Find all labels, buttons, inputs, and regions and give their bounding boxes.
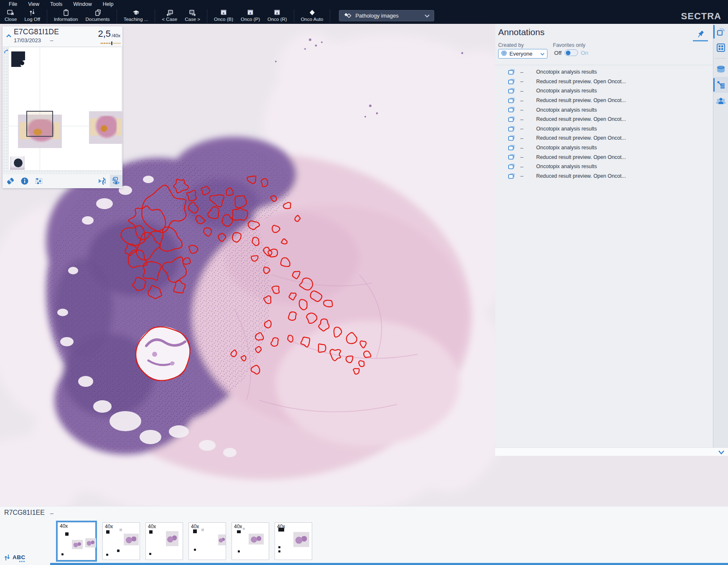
viewport-selection-rect[interactable] xyxy=(26,111,53,137)
slide-thumbnail[interactable]: 40x xyxy=(145,522,183,560)
overview-map[interactable] xyxy=(3,47,122,174)
annotation-list-item[interactable]: – Oncotopix analysis results xyxy=(495,143,713,153)
annotation-list-item[interactable]: – Oncotopix analysis results xyxy=(495,105,713,115)
result-windows-icon xyxy=(508,97,515,104)
slide-thumbnail[interactable]: 40x xyxy=(232,522,269,560)
annotation-list-item[interactable]: – Oncotopix analysis results xyxy=(495,124,713,134)
onco-b-button[interactable]: Onco (B) xyxy=(210,8,237,24)
app-window-icon xyxy=(220,9,227,16)
next-case-icon xyxy=(188,9,197,16)
pathology-images-dropdown[interactable]: Pathology images xyxy=(339,10,434,21)
item-text: Reduced result preview. Open Oncot... xyxy=(536,116,626,122)
menu-window[interactable]: Window xyxy=(68,0,97,8)
horizontal-scrollbar[interactable] xyxy=(50,563,728,565)
zoom-slider-handle[interactable] xyxy=(111,41,112,45)
menu-help[interactable]: Help xyxy=(97,0,119,8)
menu-view[interactable]: View xyxy=(23,0,45,8)
toggle-knob xyxy=(566,51,570,55)
slide-thumbnail[interactable]: 40x xyxy=(102,522,140,560)
menu-tools[interactable]: Tools xyxy=(45,0,68,8)
teaching-button[interactable]: Teaching ... xyxy=(120,8,152,24)
panel-title: Annotations xyxy=(498,27,545,37)
annotation-list-item[interactable]: – Reduced result preview. Open Oncot... xyxy=(495,77,713,87)
active-indicator xyxy=(713,25,715,38)
rail-image-windows-button[interactable] xyxy=(713,24,728,40)
right-rail xyxy=(713,24,728,447)
annotation-list-item[interactable]: – Oncotopix analysis results xyxy=(495,86,713,96)
annotation-list-item[interactable]: – Oncotopix analysis results xyxy=(495,67,713,77)
item-dash: – xyxy=(520,97,523,104)
close-button[interactable]: Close xyxy=(1,8,20,24)
documents-icon xyxy=(94,9,102,16)
active-indicator xyxy=(713,78,715,92)
slide-thumbnail[interactable]: 40x xyxy=(188,522,226,560)
result-windows-icon xyxy=(508,135,515,141)
log-off-button[interactable]: Log Off xyxy=(20,8,44,24)
thumbnail-mark xyxy=(166,531,178,546)
tray-dash: – xyxy=(50,510,53,516)
annotation-list-item[interactable]: – Reduced result preview. Open Oncot... xyxy=(495,152,713,162)
bottom-slide-tray: R7CG81I1EE – 40x 40x 40x 40x 40x 40x ABC xyxy=(0,506,728,565)
item-text: Oncotopix analysis results xyxy=(536,107,597,113)
item-text: Reduced result preview. Open Oncot... xyxy=(536,97,626,103)
rail-users-button[interactable] xyxy=(713,93,728,109)
collapse-button[interactable] xyxy=(5,32,13,40)
app-window-icon xyxy=(247,9,254,16)
item-dash: – xyxy=(520,107,523,113)
annotation-visibility-button[interactable] xyxy=(110,175,122,187)
sectra-logo: SECTRA xyxy=(681,11,721,22)
diamond-icon xyxy=(308,9,316,16)
toolbar-separator xyxy=(47,9,47,23)
created-by-select[interactable]: Everyone xyxy=(498,49,547,59)
next-case-button[interactable]: Case > xyxy=(181,8,204,24)
onco-auto-button[interactable]: Onco Auto xyxy=(297,8,327,24)
slide-date: 17/03/2023 xyxy=(14,37,41,43)
annotation-list-item[interactable]: – Reduced result preview. Open Oncot... xyxy=(495,115,713,124)
stain-eraser-button[interactable] xyxy=(4,175,17,187)
item-dash: – xyxy=(520,154,523,160)
thumbnail-mark xyxy=(237,530,241,533)
annotation-list-item[interactable]: – Reduced result preview. Open Oncot... xyxy=(495,96,713,105)
clipboard-icon xyxy=(62,9,70,16)
annotation-list-item[interactable]: – Reduced result preview. Open Oncot... xyxy=(495,133,713,143)
annotation-list-item[interactable]: – Oncotopix analysis results xyxy=(495,162,713,171)
favorites-only-label: Favorites only xyxy=(553,42,585,48)
rail-database-button[interactable] xyxy=(713,61,728,77)
thumbnail-mark xyxy=(194,549,196,551)
favorites-toggle[interactable] xyxy=(565,49,578,56)
slide-thumbnail[interactable]: 40x xyxy=(56,521,97,562)
slide-thumbnail[interactable]: 40x xyxy=(275,522,312,560)
item-dash: – xyxy=(520,78,523,84)
cystic-structure xyxy=(136,327,190,380)
dropdown-label: Pathology images xyxy=(355,13,398,19)
slide-macro-image[interactable] xyxy=(8,47,122,171)
magnification-label: 40x xyxy=(105,524,113,529)
rail-grid-layout-button[interactable] xyxy=(713,40,728,56)
result-windows-icon xyxy=(508,173,515,179)
annotation-list-item[interactable]: – Reduced result preview. Open Oncot... xyxy=(495,171,713,181)
information-button[interactable]: Information xyxy=(50,8,82,24)
documents-button[interactable]: Documents xyxy=(81,8,113,24)
magnification-label: 40x xyxy=(234,524,242,529)
favorites-toggle-row: Off On xyxy=(554,49,588,56)
zoom-suffix: /40x xyxy=(112,33,120,38)
flip-button[interactable] xyxy=(96,175,108,187)
thumbnail-mark xyxy=(238,550,240,552)
graduation-cap-icon xyxy=(132,9,140,16)
onco-p-button[interactable]: Onco (P) xyxy=(237,8,264,24)
adjustments-button[interactable] xyxy=(33,175,45,187)
panel-scroll-down-button[interactable] xyxy=(718,449,725,457)
chevron-down-icon xyxy=(540,51,545,57)
item-text: Oncotopix analysis results xyxy=(536,126,597,132)
menu-file[interactable]: File xyxy=(3,0,23,8)
rail-annotations-button[interactable] xyxy=(713,77,728,93)
zoom-slider[interactable] xyxy=(101,41,121,45)
item-text: Oncotopix analysis results xyxy=(536,145,597,151)
pin-icon[interactable] xyxy=(695,29,706,40)
prev-case-button[interactable]: < Case xyxy=(158,8,181,24)
info-button[interactable] xyxy=(18,175,31,187)
item-dash: – xyxy=(520,116,523,123)
thumbnail-mark xyxy=(278,528,284,532)
onco-r-button[interactable]: Onco (R) xyxy=(264,8,291,24)
zoom-slider-track-right xyxy=(113,43,121,44)
